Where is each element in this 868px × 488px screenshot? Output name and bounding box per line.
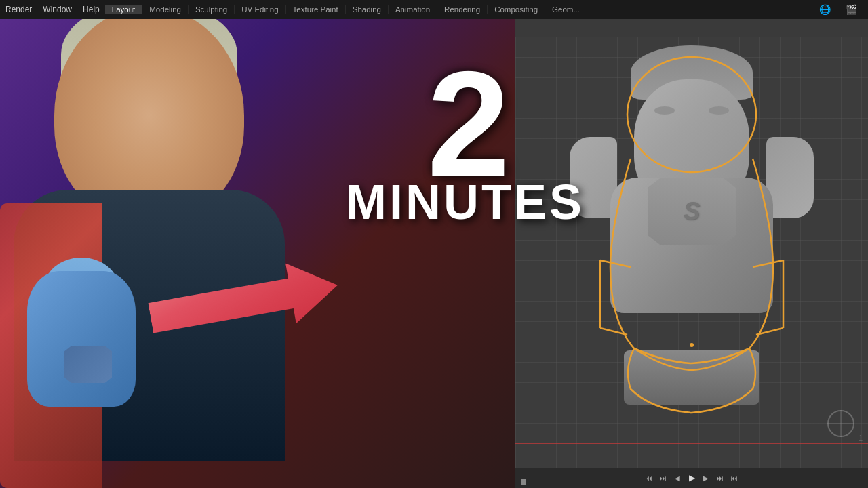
tab-geometry[interactable]: Geom... (545, 5, 587, 14)
playback-next-keyframe[interactable]: ⏭ (714, 472, 726, 484)
tab-sculpting[interactable]: Sculpting (189, 5, 235, 14)
playback-bar: ⏮ ⏭ ◀ ▶ ▶ ⏭ ⏮ (515, 468, 868, 488)
bust-chest-3d: S (610, 178, 773, 313)
viewport-number-badge: 1 (859, 434, 863, 442)
scene-selector-icon[interactable]: 🌐 (814, 4, 836, 15)
origin-dot (690, 343, 694, 347)
tab-rendering[interactable]: Rendering (437, 5, 488, 14)
gizmo-circle[interactable] (827, 410, 854, 437)
tab-animation[interactable]: Animation (389, 5, 437, 14)
render-icon[interactable]: 🎬 (840, 4, 863, 15)
x-axis-line (515, 443, 868, 444)
small-superman-bust: S (14, 258, 149, 427)
playback-prev-keyframe[interactable]: ⏭ (657, 472, 669, 484)
tab-shading[interactable]: Shading (346, 5, 389, 14)
bust-shoulder-right (766, 137, 814, 218)
overlay-number: 2 (346, 61, 585, 188)
overlay-text: 2 MINUTES (346, 61, 585, 230)
bust-body: S (27, 271, 136, 407)
arrow-graphic (149, 258, 366, 359)
arrow-shape (145, 255, 342, 348)
menu-window[interactable]: Window (37, 0, 77, 19)
bust-base-3d (624, 350, 760, 405)
playback-skip-end[interactable]: ⏮ (728, 472, 741, 484)
playback-prev-frame[interactable]: ◀ (671, 472, 684, 484)
playback-next-frame[interactable]: ▶ (700, 472, 712, 484)
tab-layout[interactable]: Layout (105, 5, 143, 14)
app: S 2 MINUTES Render Window Help Layout Mo… (0, 0, 868, 488)
playback-skip-start[interactable]: ⏮ (643, 472, 655, 484)
blender-topbar: Render Window Help Layout Modeling Sculp… (0, 0, 868, 19)
gizmo-vertical (841, 410, 842, 437)
bust-shield-3d: S (648, 178, 736, 245)
playback-play[interactable]: ▶ (686, 472, 698, 484)
bust-s-emblem: S (64, 346, 112, 383)
tab-modeling[interactable]: Modeling (142, 5, 189, 14)
tab-compositing[interactable]: Compositing (488, 5, 545, 14)
superman-3d-model: S (583, 66, 800, 405)
menu-help[interactable]: Help (77, 0, 105, 19)
viewport-gizmo[interactable] (827, 410, 854, 437)
overlay-label: MINUTES (346, 174, 585, 230)
tab-texture-paint[interactable]: Texture Paint (286, 5, 346, 14)
tab-uv-editing[interactable]: UV Editing (235, 5, 285, 14)
menu-render[interactable]: Render (0, 0, 37, 19)
